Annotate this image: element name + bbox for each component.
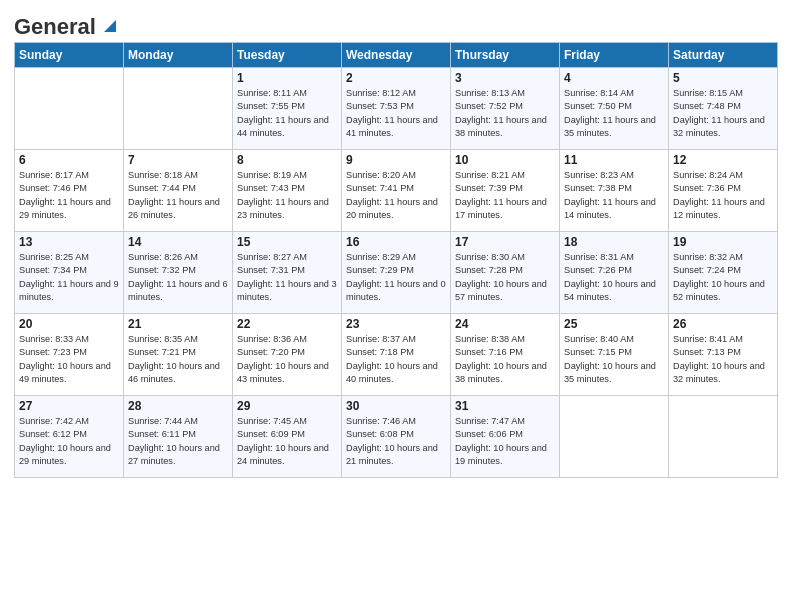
col-saturday: Saturday	[669, 43, 778, 68]
day-cell: 25Sunrise: 8:40 AMSunset: 7:15 PMDayligh…	[560, 314, 669, 396]
day-info: Sunrise: 8:29 AMSunset: 7:29 PMDaylight:…	[346, 251, 446, 304]
day-number: 27	[19, 399, 119, 413]
week-row-1: 6Sunrise: 8:17 AMSunset: 7:46 PMDaylight…	[15, 150, 778, 232]
day-number: 31	[455, 399, 555, 413]
day-number: 23	[346, 317, 446, 331]
day-number: 10	[455, 153, 555, 167]
day-number: 11	[564, 153, 664, 167]
day-info: Sunrise: 8:41 AMSunset: 7:13 PMDaylight:…	[673, 333, 773, 386]
day-number: 29	[237, 399, 337, 413]
day-cell: 8Sunrise: 8:19 AMSunset: 7:43 PMDaylight…	[233, 150, 342, 232]
svg-marker-0	[104, 20, 116, 32]
day-info: Sunrise: 7:45 AMSunset: 6:09 PMDaylight:…	[237, 415, 337, 468]
day-number: 9	[346, 153, 446, 167]
day-info: Sunrise: 8:11 AMSunset: 7:55 PMDaylight:…	[237, 87, 337, 140]
calendar-header: Sunday Monday Tuesday Wednesday Thursday…	[15, 43, 778, 68]
day-number: 5	[673, 71, 773, 85]
col-tuesday: Tuesday	[233, 43, 342, 68]
header: General	[14, 10, 778, 36]
header-row: Sunday Monday Tuesday Wednesday Thursday…	[15, 43, 778, 68]
day-info: Sunrise: 8:37 AMSunset: 7:18 PMDaylight:…	[346, 333, 446, 386]
day-info: Sunrise: 8:19 AMSunset: 7:43 PMDaylight:…	[237, 169, 337, 222]
day-cell: 28Sunrise: 7:44 AMSunset: 6:11 PMDayligh…	[124, 396, 233, 478]
day-cell: 18Sunrise: 8:31 AMSunset: 7:26 PMDayligh…	[560, 232, 669, 314]
day-cell: 10Sunrise: 8:21 AMSunset: 7:39 PMDayligh…	[451, 150, 560, 232]
week-row-2: 13Sunrise: 8:25 AMSunset: 7:34 PMDayligh…	[15, 232, 778, 314]
day-cell: 5Sunrise: 8:15 AMSunset: 7:48 PMDaylight…	[669, 68, 778, 150]
day-info: Sunrise: 7:47 AMSunset: 6:06 PMDaylight:…	[455, 415, 555, 468]
week-row-0: 1Sunrise: 8:11 AMSunset: 7:55 PMDaylight…	[15, 68, 778, 150]
day-cell: 23Sunrise: 8:37 AMSunset: 7:18 PMDayligh…	[342, 314, 451, 396]
day-cell: 7Sunrise: 8:18 AMSunset: 7:44 PMDaylight…	[124, 150, 233, 232]
day-info: Sunrise: 8:38 AMSunset: 7:16 PMDaylight:…	[455, 333, 555, 386]
logo: General	[14, 10, 120, 36]
day-number: 20	[19, 317, 119, 331]
day-cell	[669, 396, 778, 478]
day-info: Sunrise: 8:27 AMSunset: 7:31 PMDaylight:…	[237, 251, 337, 304]
day-cell: 9Sunrise: 8:20 AMSunset: 7:41 PMDaylight…	[342, 150, 451, 232]
day-cell: 12Sunrise: 8:24 AMSunset: 7:36 PMDayligh…	[669, 150, 778, 232]
day-cell: 13Sunrise: 8:25 AMSunset: 7:34 PMDayligh…	[15, 232, 124, 314]
day-info: Sunrise: 8:13 AMSunset: 7:52 PMDaylight:…	[455, 87, 555, 140]
day-number: 24	[455, 317, 555, 331]
logo-general: General	[14, 14, 96, 40]
day-number: 21	[128, 317, 228, 331]
day-info: Sunrise: 8:12 AMSunset: 7:53 PMDaylight:…	[346, 87, 446, 140]
day-cell: 6Sunrise: 8:17 AMSunset: 7:46 PMDaylight…	[15, 150, 124, 232]
day-info: Sunrise: 8:14 AMSunset: 7:50 PMDaylight:…	[564, 87, 664, 140]
day-info: Sunrise: 8:26 AMSunset: 7:32 PMDaylight:…	[128, 251, 228, 304]
day-number: 4	[564, 71, 664, 85]
day-cell: 19Sunrise: 8:32 AMSunset: 7:24 PMDayligh…	[669, 232, 778, 314]
day-number: 12	[673, 153, 773, 167]
day-info: Sunrise: 8:32 AMSunset: 7:24 PMDaylight:…	[673, 251, 773, 304]
day-number: 8	[237, 153, 337, 167]
day-cell: 26Sunrise: 8:41 AMSunset: 7:13 PMDayligh…	[669, 314, 778, 396]
day-cell: 2Sunrise: 8:12 AMSunset: 7:53 PMDaylight…	[342, 68, 451, 150]
day-info: Sunrise: 8:31 AMSunset: 7:26 PMDaylight:…	[564, 251, 664, 304]
day-number: 17	[455, 235, 555, 249]
day-cell: 24Sunrise: 8:38 AMSunset: 7:16 PMDayligh…	[451, 314, 560, 396]
day-cell: 30Sunrise: 7:46 AMSunset: 6:08 PMDayligh…	[342, 396, 451, 478]
day-cell: 1Sunrise: 8:11 AMSunset: 7:55 PMDaylight…	[233, 68, 342, 150]
day-number: 28	[128, 399, 228, 413]
day-info: Sunrise: 8:36 AMSunset: 7:20 PMDaylight:…	[237, 333, 337, 386]
day-cell: 17Sunrise: 8:30 AMSunset: 7:28 PMDayligh…	[451, 232, 560, 314]
day-number: 3	[455, 71, 555, 85]
day-info: Sunrise: 8:33 AMSunset: 7:23 PMDaylight:…	[19, 333, 119, 386]
day-number: 6	[19, 153, 119, 167]
day-number: 1	[237, 71, 337, 85]
logo-icon	[98, 14, 120, 36]
day-cell: 3Sunrise: 8:13 AMSunset: 7:52 PMDaylight…	[451, 68, 560, 150]
col-wednesday: Wednesday	[342, 43, 451, 68]
day-number: 18	[564, 235, 664, 249]
day-cell: 22Sunrise: 8:36 AMSunset: 7:20 PMDayligh…	[233, 314, 342, 396]
day-cell: 11Sunrise: 8:23 AMSunset: 7:38 PMDayligh…	[560, 150, 669, 232]
day-number: 22	[237, 317, 337, 331]
day-cell: 4Sunrise: 8:14 AMSunset: 7:50 PMDaylight…	[560, 68, 669, 150]
day-info: Sunrise: 7:44 AMSunset: 6:11 PMDaylight:…	[128, 415, 228, 468]
day-cell	[124, 68, 233, 150]
day-info: Sunrise: 8:24 AMSunset: 7:36 PMDaylight:…	[673, 169, 773, 222]
day-info: Sunrise: 8:21 AMSunset: 7:39 PMDaylight:…	[455, 169, 555, 222]
day-cell: 15Sunrise: 8:27 AMSunset: 7:31 PMDayligh…	[233, 232, 342, 314]
col-thursday: Thursday	[451, 43, 560, 68]
day-cell: 31Sunrise: 7:47 AMSunset: 6:06 PMDayligh…	[451, 396, 560, 478]
day-number: 26	[673, 317, 773, 331]
page-container: General Sunday Monday Tuesday Wednesday …	[0, 0, 792, 488]
day-cell	[15, 68, 124, 150]
day-cell: 29Sunrise: 7:45 AMSunset: 6:09 PMDayligh…	[233, 396, 342, 478]
day-number: 13	[19, 235, 119, 249]
day-number: 16	[346, 235, 446, 249]
day-cell: 27Sunrise: 7:42 AMSunset: 6:12 PMDayligh…	[15, 396, 124, 478]
day-number: 15	[237, 235, 337, 249]
day-number: 14	[128, 235, 228, 249]
day-info: Sunrise: 8:23 AMSunset: 7:38 PMDaylight:…	[564, 169, 664, 222]
calendar-table: Sunday Monday Tuesday Wednesday Thursday…	[14, 42, 778, 478]
day-cell: 20Sunrise: 8:33 AMSunset: 7:23 PMDayligh…	[15, 314, 124, 396]
day-number: 19	[673, 235, 773, 249]
day-number: 2	[346, 71, 446, 85]
day-number: 30	[346, 399, 446, 413]
day-info: Sunrise: 8:25 AMSunset: 7:34 PMDaylight:…	[19, 251, 119, 304]
day-info: Sunrise: 8:35 AMSunset: 7:21 PMDaylight:…	[128, 333, 228, 386]
day-number: 7	[128, 153, 228, 167]
